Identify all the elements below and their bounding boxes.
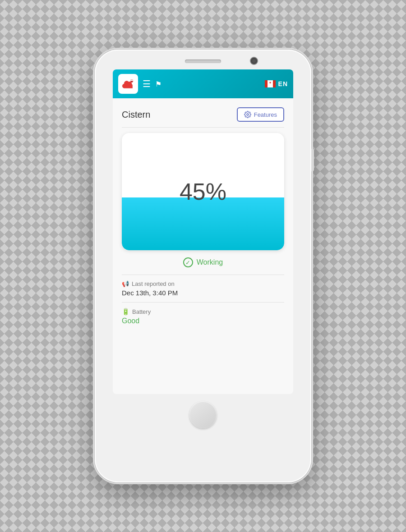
- phone-screen: ☰ ⚑ EN Cistern: [113, 69, 293, 394]
- header-right: EN: [265, 80, 288, 87]
- home-button[interactable]: [189, 401, 217, 428]
- phone-camera: [251, 58, 257, 64]
- report-date: Dec 13th, 3:40 PM: [122, 289, 284, 297]
- tank-percentage: 45%: [180, 178, 226, 205]
- language-label[interactable]: EN: [278, 80, 288, 87]
- status-row: ✓ Working: [122, 257, 284, 267]
- status-label: Working: [197, 258, 223, 266]
- report-section: 📢 Last reported on Dec 13th, 3:40 PM: [122, 280, 284, 297]
- canada-flag-icon: [265, 80, 276, 87]
- battery-label-row: 🔋 Battery: [122, 308, 284, 315]
- svg-rect-2: [265, 80, 268, 87]
- battery-section: 🔋 Battery Good: [122, 308, 284, 325]
- divider-top: [122, 127, 284, 128]
- megaphone-icon: 📢: [122, 280, 129, 287]
- section-title-row: Cistern Features: [122, 107, 284, 122]
- phone-speaker: [185, 60, 221, 63]
- tank-water-fill: [122, 197, 284, 250]
- battery-icon: 🔋: [122, 308, 129, 315]
- divider-mid: [122, 275, 284, 275]
- hamburger-icon[interactable]: ☰: [143, 78, 151, 89]
- battery-status: Good: [122, 317, 284, 325]
- section-title: Cistern: [122, 110, 150, 120]
- svg-rect-3: [273, 80, 276, 87]
- report-label-row: 📢 Last reported on: [122, 280, 284, 287]
- header-nav: ☰ ⚑: [143, 78, 265, 89]
- app-logo: [118, 74, 138, 94]
- app-content: Cistern Features 45% ✓ Working: [113, 98, 293, 394]
- divider-bottom: [122, 302, 284, 303]
- tank-visual: 45%: [122, 133, 284, 250]
- features-button-label: Features: [254, 111, 277, 118]
- bookmark-icon[interactable]: ⚑: [155, 80, 161, 88]
- features-button[interactable]: Features: [237, 107, 284, 122]
- gear-icon: [244, 111, 251, 118]
- check-circle-icon: ✓: [183, 257, 193, 267]
- side-button: [311, 149, 314, 171]
- battery-label: Battery: [132, 308, 151, 315]
- phone-device: ☰ ⚑ EN Cistern: [95, 50, 311, 482]
- svg-point-5: [247, 114, 249, 115]
- report-label: Last reported on: [132, 280, 175, 287]
- app-header: ☰ ⚑ EN: [113, 69, 293, 98]
